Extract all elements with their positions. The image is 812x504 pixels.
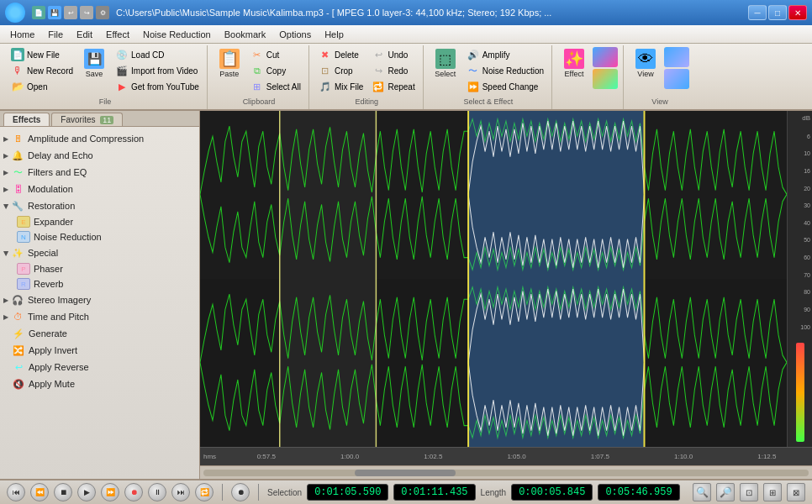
new-icon[interactable]: 📄: [32, 6, 45, 19]
ribbon-editing-group: ✖ Delete ⊡ Crop 🎵 Mix File ↩ Undo: [311, 45, 424, 109]
effect-stereo[interactable]: ▶ 🎧 Stereo Imagery: [0, 291, 199, 308]
maximize-button[interactable]: □: [768, 5, 787, 20]
quick-access-toolbar: 📄 💾 ↩ ↪ ⚙: [32, 6, 109, 19]
waveform-canvas[interactable]: dB 6 10 16 20 30 40 50 60 70 80 90 100: [200, 111, 812, 447]
effect-extra-2[interactable]: [593, 69, 618, 89]
menu-home[interactable]: Home: [3, 28, 41, 41]
transport-forward[interactable]: ⏩: [101, 483, 119, 501]
close-button[interactable]: ✕: [788, 5, 807, 20]
minimize-button[interactable]: ─: [748, 5, 767, 20]
effect-modulation[interactable]: ▶ 🎛 Modulation: [0, 181, 199, 197]
select-button[interactable]: ⬚ Select: [430, 47, 461, 80]
import-video-button[interactable]: 🎬 Import from Video: [113, 63, 202, 78]
effect-restoration[interactable]: ▶ 🔧 Restoration: [0, 197, 199, 214]
zoom-out-button[interactable]: 🔎: [716, 483, 735, 501]
timeline-mark-2: 1:00.0: [308, 453, 391, 460]
menu-file[interactable]: File: [41, 28, 70, 41]
select-all-button[interactable]: ⊞ Select All: [248, 79, 303, 94]
transport-play[interactable]: ▶: [77, 483, 96, 501]
zoom-extra-1[interactable]: ⊞: [763, 483, 782, 501]
effect-generate[interactable]: ⚡ Generate: [0, 325, 199, 342]
redo-icon: ↪: [372, 64, 385, 77]
save-button[interactable]: 💾 Save: [79, 47, 109, 80]
effect-amplitude[interactable]: ▶ 🎚 Amplitude and Compression: [0, 130, 199, 147]
timeline-mark-5: 1:07.5: [558, 453, 641, 460]
svg-rect-7: [468, 111, 644, 279]
effect-timeandpitch[interactable]: ▶ ⏱ Time and Pitch: [0, 308, 199, 325]
speed-change-button[interactable]: ⏩ Speed Change: [464, 79, 546, 94]
menu-options[interactable]: Options: [272, 28, 318, 41]
save-quick-icon[interactable]: 💾: [48, 6, 61, 19]
load-cd-button[interactable]: 💿 Load CD: [113, 47, 202, 62]
effect-reverb[interactable]: R Reverb: [0, 276, 199, 291]
cut-button[interactable]: ✂ Cut: [248, 47, 303, 62]
menu-edit[interactable]: Edit: [70, 28, 99, 41]
tab-effects[interactable]: Effects: [3, 113, 50, 126]
db-50: 50: [789, 237, 810, 243]
horizontal-scrollbar[interactable]: [200, 465, 812, 479]
zoom-in-button[interactable]: 🔍: [693, 483, 711, 501]
menu-effect[interactable]: Effect: [99, 28, 136, 41]
menu-bookmark[interactable]: Bookmark: [218, 28, 273, 41]
effect-filters[interactable]: ▶ 〜 Filters and EQ: [0, 164, 199, 181]
editing-group-label: Editing: [316, 97, 418, 108]
effect-phaser[interactable]: P Phaser: [0, 261, 199, 276]
copy-button[interactable]: ⧉ Copy: [248, 63, 303, 78]
get-youtube-button[interactable]: ▶ Get from YouTube: [113, 79, 202, 94]
transport-skip-back[interactable]: ⏮: [7, 483, 25, 501]
redo-quick-icon[interactable]: ↪: [80, 6, 93, 19]
arrow-amplitude: ▶: [3, 135, 8, 143]
db-70: 70: [789, 272, 810, 278]
paste-button[interactable]: 📋 Paste: [214, 47, 245, 80]
effect-applymute[interactable]: 🔇 Apply Mute: [0, 375, 199, 392]
undo-button[interactable]: ↩ Undo: [369, 47, 417, 62]
icon-modulation: 🎛: [11, 182, 24, 196]
ribbon: 📄 New File 🎙 New Record 📂 Open 💾 Save: [0, 44, 812, 111]
crop-button[interactable]: ⊡ Crop: [316, 63, 366, 78]
crop-icon: ⊡: [319, 64, 332, 77]
new-file-button[interactable]: 📄 New File: [8, 47, 76, 62]
redo-button[interactable]: ↪ Redo: [369, 63, 417, 78]
open-button[interactable]: 📂 Open: [8, 79, 76, 94]
effect-extra-1[interactable]: [593, 47, 618, 67]
delete-button[interactable]: ✖ Delete: [316, 47, 366, 62]
settings-quick-icon[interactable]: ⚙: [96, 6, 109, 19]
effect-special[interactable]: ▶ ✨ Special: [0, 244, 199, 261]
ribbon-editing-inner: ✖ Delete ⊡ Crop 🎵 Mix File ↩ Undo: [316, 47, 418, 96]
undo-quick-icon[interactable]: ↩: [64, 6, 77, 19]
icon-applyreverse: ↩: [12, 360, 25, 374]
menu-noise-reduction[interactable]: Noise Reduction: [136, 28, 218, 41]
amplify-button[interactable]: 🔊 Amplify: [464, 47, 546, 62]
effect-applyinvert[interactable]: 🔀 Apply Invert: [0, 342, 199, 359]
transport-record[interactable]: ⏺: [124, 483, 143, 501]
transport-pause[interactable]: ⏸: [148, 483, 166, 501]
icon-expander: E: [17, 216, 30, 228]
transport-loop[interactable]: 🔁: [195, 483, 214, 501]
speed-change-icon: ⏩: [467, 80, 480, 93]
transport-extra[interactable]: ⏺: [231, 483, 250, 501]
noise-reduction-ribbon-button[interactable]: 〜 Noise Reduction: [464, 63, 546, 78]
transport-rewind[interactable]: ⏪: [30, 483, 49, 501]
effect-noisered[interactable]: N Noise Reduction: [0, 229, 199, 244]
repeat-button[interactable]: 🔁 Repeat: [369, 79, 417, 94]
new-record-button[interactable]: 🎙 New Record: [8, 63, 76, 78]
view-extra-2[interactable]: [664, 69, 689, 89]
view-button[interactable]: 👁 View: [630, 47, 661, 80]
timeline-mark-1: 0:57.5: [224, 453, 308, 460]
effects-list: ▶ 🎚 Amplitude and Compression ▶ 🔔 Delay …: [0, 127, 199, 479]
titlebar: 📄 💾 ↩ ↪ ⚙ C:\Users\Public\Music\Sample M…: [0, 0, 812, 25]
scroll-thumb[interactable]: [355, 470, 456, 476]
effect-delay[interactable]: ▶ 🔔 Delay and Echo: [0, 147, 199, 164]
tab-favorites[interactable]: Favorites 11: [51, 113, 123, 126]
transport-stop[interactable]: ⏹: [54, 483, 72, 501]
effect-applyreverse[interactable]: ↩ Apply Reverse: [0, 359, 199, 375]
effect-expander[interactable]: E Expander: [0, 214, 199, 229]
transport-skip-forward[interactable]: ⏭: [171, 483, 190, 501]
effect-button[interactable]: ✨ Effect: [559, 47, 589, 80]
menu-help[interactable]: Help: [318, 28, 351, 41]
mix-file-button[interactable]: 🎵 Mix File: [316, 79, 366, 94]
zoom-fit-button[interactable]: ⊡: [740, 483, 758, 501]
cut-icon: ✂: [250, 48, 264, 61]
zoom-extra-2[interactable]: ⊠: [787, 483, 805, 501]
view-extra-1[interactable]: [664, 47, 689, 67]
